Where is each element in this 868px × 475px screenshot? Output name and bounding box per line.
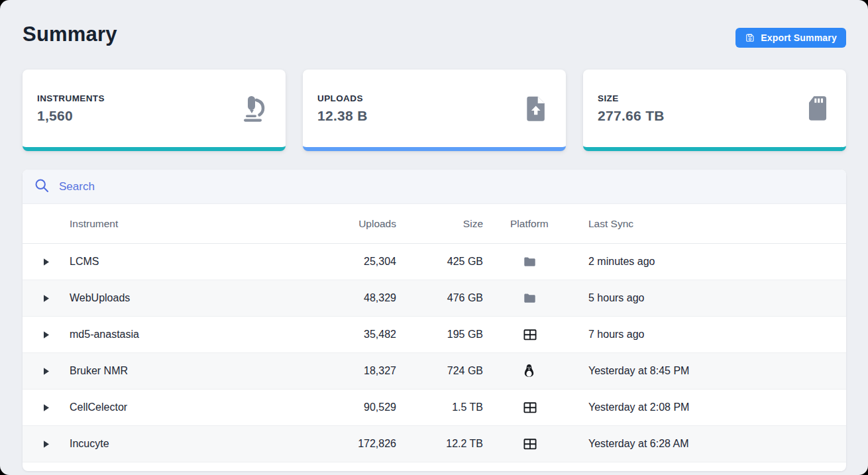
uploads-count: 172,826 (288, 438, 396, 450)
stat-label: INSTRUMENTS (37, 93, 105, 103)
windows-icon (523, 329, 537, 341)
instrument-name: LCMS (70, 256, 288, 268)
expand-caret-icon[interactable] (39, 401, 54, 415)
stat-text: INSTRUMENTS 1,560 (37, 93, 105, 124)
uploads-count: 48,329 (288, 292, 396, 304)
stat-text: SIZE 277.66 TB (598, 93, 665, 124)
stat-cards: INSTRUMENTS 1,560 UPLOADS 12.38 B (0, 70, 868, 151)
search-icon (34, 178, 49, 195)
expand-caret-icon[interactable] (39, 328, 54, 342)
instrument-name: md5-anastasia (70, 329, 288, 341)
summary-page: Summary Export Summary INSTRUMENTS 1,560 (0, 0, 868, 475)
column-header-size: Size (396, 218, 483, 230)
stat-card-size: SIZE 277.66 TB (583, 70, 846, 151)
column-header-uploads: Uploads (288, 218, 396, 230)
table-header: Instrument Uploads Size Platform Last Sy… (23, 204, 846, 244)
stat-label: UPLOADS (317, 93, 368, 103)
column-header-platform: Platform (483, 218, 588, 230)
stat-value: 277.66 TB (598, 108, 665, 124)
instrument-name: Bruker NMR (70, 365, 288, 377)
table-row[interactable]: Bruker NMR 18,327 724 GB Yesterday at 8:… (23, 353, 846, 390)
instruments-table: Instrument Uploads Size Platform Last Sy… (23, 204, 846, 462)
linux-penguin-icon (523, 364, 535, 378)
stat-value: 12.38 B (317, 108, 368, 124)
last-sync-value: Yesterday at 2:08 PM (588, 401, 846, 413)
table-row[interactable]: LCMS 25,304 425 GB 2 minutes ago (23, 244, 846, 280)
save-icon (745, 32, 755, 43)
expand-caret-icon[interactable] (39, 437, 54, 451)
file-upload-icon (523, 95, 549, 123)
microscope-icon (239, 94, 268, 123)
expand-caret-icon[interactable] (39, 364, 54, 378)
windows-icon (523, 438, 537, 450)
stat-label: SIZE (598, 93, 665, 103)
table-row[interactable]: WebUploads 48,329 476 GB 5 hours ago (23, 280, 846, 317)
uploads-count: 18,327 (288, 365, 396, 377)
size-value: 1.5 TB (396, 401, 483, 413)
stat-card-uploads: UPLOADS 12.38 B (303, 70, 566, 151)
stat-text: UPLOADS 12.38 B (317, 93, 368, 124)
column-header-instrument: Instrument (70, 218, 288, 230)
page-header: Summary Export Summary (0, 0, 868, 48)
search-bar (23, 170, 846, 204)
size-value: 12.2 TB (396, 438, 483, 450)
last-sync-value: 2 minutes ago (588, 256, 846, 268)
expand-caret-icon[interactable] (39, 255, 54, 269)
last-sync-value: 5 hours ago (588, 292, 846, 304)
last-sync-value: Yesterday at 8:45 PM (588, 365, 846, 377)
size-value: 724 GB (396, 365, 483, 377)
sd-card-icon (806, 95, 829, 122)
last-sync-value: 7 hours ago (588, 329, 846, 341)
stat-value: 1,560 (37, 108, 105, 124)
export-summary-label: Export Summary (761, 32, 837, 43)
instruments-table-panel: Instrument Uploads Size Platform Last Sy… (23, 170, 846, 471)
stat-card-instruments: INSTRUMENTS 1,560 (23, 70, 286, 151)
windows-icon (523, 401, 537, 414)
table-row[interactable]: Incucyte 172,826 12.2 TB Yesterday at 6:… (23, 426, 846, 462)
size-value: 476 GB (396, 292, 483, 304)
last-sync-value: Yesterday at 6:28 AM (588, 438, 846, 450)
search-input[interactable] (58, 180, 455, 194)
column-header-last-sync: Last Sync (588, 218, 846, 230)
table-row[interactable]: CellCelector 90,529 1.5 TB Yesterday at … (23, 390, 846, 426)
size-value: 425 GB (396, 256, 483, 268)
size-value: 195 GB (396, 329, 483, 341)
page-title: Summary (23, 22, 117, 47)
expand-caret-icon[interactable] (39, 291, 54, 305)
instrument-name: WebUploads (70, 292, 288, 304)
uploads-count: 35,482 (288, 329, 396, 341)
export-summary-button[interactable]: Export Summary (735, 28, 846, 48)
instrument-name: Incucyte (70, 438, 288, 450)
uploads-count: 90,529 (288, 401, 396, 413)
folder-icon (523, 256, 537, 268)
table-row[interactable]: md5-anastasia 35,482 195 GB 7 hours ago (23, 317, 846, 353)
folder-icon (523, 292, 537, 305)
instrument-name: CellCelector (70, 401, 288, 413)
uploads-count: 25,304 (288, 256, 396, 268)
